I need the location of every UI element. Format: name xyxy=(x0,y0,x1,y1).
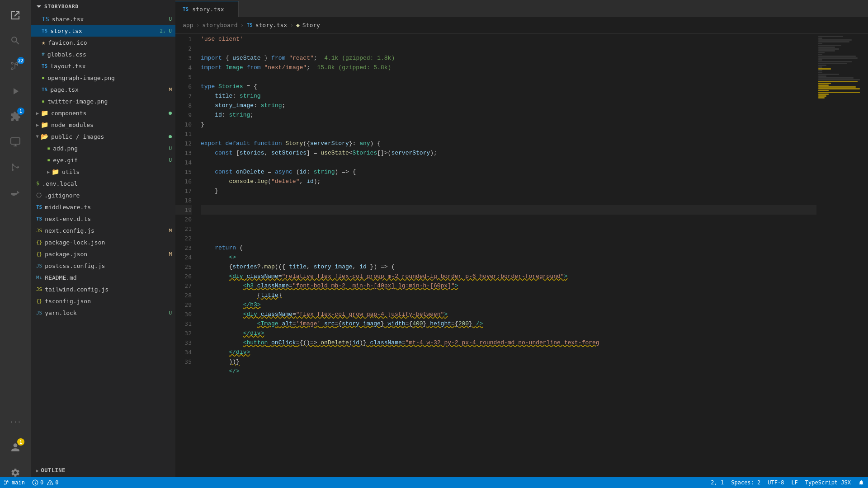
folder-icon: 📁 xyxy=(52,168,59,175)
source-control-badge: 22 xyxy=(17,57,24,64)
status-encoding[interactable]: UTF-8 xyxy=(768,479,784,486)
js-icon: JS xyxy=(36,286,42,292)
code-editor[interactable]: 'use client' import { useState } from "r… xyxy=(197,33,816,488)
folder-open-icon: 📂 xyxy=(41,133,48,140)
folder-arrow-icon: ▶ xyxy=(36,111,39,116)
file-item-readme[interactable]: M↓ README.md xyxy=(31,272,175,283)
tab-ts-icon: TS xyxy=(183,6,189,12)
css-icon: # xyxy=(42,52,45,57)
run-debug-icon[interactable] xyxy=(4,80,27,103)
activity-bar: 22 1 ··· 1 xyxy=(0,0,31,488)
sidebar-title: STORYBOARD xyxy=(31,0,175,13)
file-item-globals-css[interactable]: # globals.css xyxy=(31,48,175,60)
file-item-share[interactable]: TS share.tsx U xyxy=(31,13,175,25)
status-bar: main 0 0 2, 1 Spaces: 2 UTF-8 LF TypeScr… xyxy=(0,477,868,488)
file-item-story[interactable]: TS story.tsx 2, U xyxy=(31,25,175,37)
file-item-next-env[interactable]: TS next-env.d.ts xyxy=(31,213,175,225)
file-item-package-lock[interactable]: {} package-lock.json xyxy=(31,236,175,248)
sidebar: STORYBOARD TS share.tsx U TS story.tsx 2… xyxy=(31,0,175,488)
account-badge: 1 xyxy=(17,438,24,446)
file-item-tsconfig[interactable]: {} tsconfig.json xyxy=(31,295,175,307)
remote-explorer-icon[interactable] xyxy=(4,130,27,154)
json-icon: {} xyxy=(36,251,42,257)
env-icon: $ xyxy=(36,180,39,187)
breadcrumb-sep2: › xyxy=(241,22,244,28)
breadcrumb-sep: › xyxy=(196,22,199,28)
ts-icon: TS xyxy=(36,204,42,210)
file-item-twitter-img[interactable]: ▪ twitter-image.png xyxy=(31,95,175,107)
js-icon: JS xyxy=(36,228,42,234)
file-item-tailwind[interactable]: JS tailwind.config.js xyxy=(31,283,175,295)
minimap xyxy=(816,33,862,488)
ts-icon-active: TS xyxy=(42,28,47,34)
search-icon[interactable] xyxy=(4,29,27,52)
outline-arrow: ▶ xyxy=(36,468,39,473)
svg-point-4 xyxy=(12,169,14,171)
png-icon: ▪ xyxy=(47,145,50,151)
png-icon: ▪ xyxy=(42,75,45,81)
status-cursor[interactable]: 2, 1 xyxy=(711,479,724,486)
folder-item-public-images[interactable]: ▶ 📂 public / images xyxy=(31,131,175,142)
file-item-env[interactable]: $ .env.local xyxy=(31,178,175,189)
tab-story-tsx[interactable]: TS story.tsx ✕ xyxy=(175,1,239,17)
status-spaces[interactable]: Spaces: 2 xyxy=(731,479,760,486)
breadcrumb: app › storyboard › TS story.tsx › ◆ Stor… xyxy=(175,17,868,33)
lock-icon: JS xyxy=(36,310,42,316)
folder-arrow-open-icon: ▶ xyxy=(35,135,40,138)
status-branch[interactable]: main xyxy=(4,479,25,486)
status-bell[interactable] xyxy=(858,479,864,486)
file-item-add-png[interactable]: ▪ add.png U xyxy=(31,142,175,154)
file-item-next-config[interactable]: JS next.config.js M xyxy=(31,225,175,236)
breadcrumb-sep3: › xyxy=(290,22,293,28)
file-item-opengraph[interactable]: ▪ opengraph-image.png xyxy=(31,72,175,84)
css-icon: JS xyxy=(36,263,42,269)
breadcrumb-ts-icon: TS xyxy=(246,22,252,28)
status-language[interactable]: TypeScript JSX xyxy=(805,479,851,486)
editor-content: 12345 678910 1112131415 1617181920 21222… xyxy=(175,33,868,488)
file-item-gitignore[interactable]: ⎔ .gitignore xyxy=(31,189,175,201)
file-item-favicon[interactable]: ★ favicon.ico xyxy=(31,37,175,48)
account-icon[interactable]: 1 xyxy=(4,436,27,459)
svg-point-10 xyxy=(50,483,51,484)
folder-item-utils[interactable]: ▶ 📁 utils xyxy=(31,166,175,178)
gif-icon: ▪ xyxy=(47,157,50,163)
explorer-icon[interactable] xyxy=(4,4,27,27)
file-item-layout[interactable]: TS layout.tsx xyxy=(31,60,175,72)
favicon-icon: ★ xyxy=(42,39,45,46)
more-dots-icon[interactable]: ··· xyxy=(4,410,27,434)
extensions-icon[interactable]: 1 xyxy=(4,105,27,128)
folder-item-components[interactable]: ▶ 📁 components xyxy=(31,107,175,119)
file-item-page[interactable]: TS page.tsx M xyxy=(31,84,175,95)
png-icon: ▪ xyxy=(42,98,45,104)
breadcrumb-symbol: ◆ xyxy=(296,22,300,28)
ts-icon: TS xyxy=(36,216,42,222)
line-numbers: 12345 678910 1112131415 1617181920 21222… xyxy=(175,33,197,488)
file-item-middleware[interactable]: TS middleware.ts xyxy=(31,201,175,213)
ts-icon: TS xyxy=(42,63,47,69)
docker-icon[interactable] xyxy=(4,181,27,204)
status-errors[interactable]: 0 0 xyxy=(32,479,58,486)
folder-arrow-icon: ▶ xyxy=(36,122,39,127)
git-graph-icon[interactable] xyxy=(4,155,27,179)
folder-item-node-modules[interactable]: ▶ 📁 node_modules xyxy=(31,119,175,131)
folder-icon: 📁 xyxy=(41,109,48,117)
chevron-down-icon xyxy=(36,4,42,9)
editor-top: TS story.tsx ✕ app › storyboard › TS sto… xyxy=(175,0,868,33)
outline-section[interactable]: ▶ OUTLINE xyxy=(31,465,175,476)
file-item-postcss[interactable]: JS postcss.config.js xyxy=(31,260,175,272)
file-item-eye-gif[interactable]: ▪ eye.gif U xyxy=(31,154,175,166)
folder-arrow-icon: ▶ xyxy=(47,169,50,174)
file-item-yarn[interactable]: JS yarn.lock U xyxy=(31,307,175,319)
svg-point-8 xyxy=(35,483,35,484)
ts-icon: TS xyxy=(42,87,47,93)
source-control-icon[interactable]: 22 xyxy=(4,54,27,78)
json-icon: {} xyxy=(36,298,42,304)
folder-icon: 📁 xyxy=(41,121,48,128)
svg-rect-0 xyxy=(11,138,20,144)
status-line-ending[interactable]: LF xyxy=(791,479,797,486)
extensions-badge: 1 xyxy=(17,108,24,115)
scrollbar[interactable] xyxy=(862,33,868,488)
file-item-package-json[interactable]: {} package.json M xyxy=(31,248,175,260)
tab-bar: TS story.tsx ✕ xyxy=(175,0,868,17)
ts-icon: TS xyxy=(42,15,49,23)
